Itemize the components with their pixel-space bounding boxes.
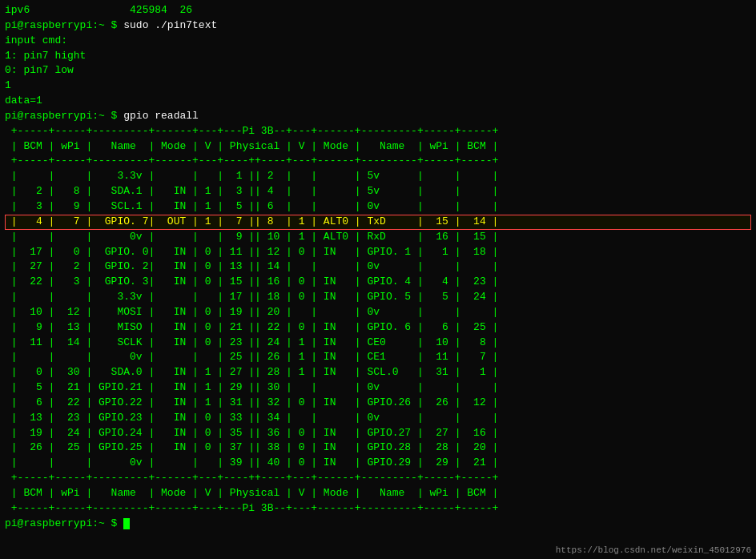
terminal-line: ipv6 425984 26 — [5, 3, 751, 18]
terminal-line: | BCM | wPi | Name | Mode | V | Physical… — [5, 139, 751, 155]
terminal-line: | 22 | 3 | GPIO. 3| IN | 0 | 15 || 16 | … — [5, 275, 751, 290]
terminal-line: 1 — [5, 78, 751, 94]
terminal-line: data=1 — [5, 94, 751, 109]
terminal-line: +-----+-----+---------+------+---+----++… — [5, 154, 751, 169]
terminal-line: | | | 0v | | | 25 || 26 | 1 | IN | CE1 |… — [5, 350, 751, 365]
terminal-line: +-----+-----+---------+------+---+----++… — [5, 471, 751, 486]
terminal-line: | 19 | 24 | GPIO.24 | IN | 0 | 35 || 36 … — [5, 426, 751, 441]
terminal-line: input cmd: — [5, 34, 751, 49]
terminal-line: | BCM | wPi | Name | Mode | V | Physical… — [5, 486, 751, 501]
terminal-line: | 13 | 23 | GPIO.23 | IN | 0 | 33 || 34 … — [5, 411, 751, 426]
terminal-line: | 26 | 25 | GPIO.25 | IN | 0 | 37 || 38 … — [5, 440, 751, 456]
url-bar: https://blog.csdn.net/weixin_45012976 — [556, 545, 751, 557]
terminal-line: | 2 | 8 | SDA.1 | IN | 1 | 3 || 4 | | | … — [5, 184, 751, 199]
terminal-line: +-----+-----+---------+------+---+---Pi … — [5, 124, 751, 139]
terminal-line: | | | 0v | | | 39 || 40 | 0 | IN | GPIO.… — [5, 456, 751, 471]
terminal-output: ipv6 425984 26pi@raspberrypi:~ $ sudo ./… — [5, 3, 751, 532]
terminal-line: | 0 | 30 | SDA.0 | IN | 1 | 27 || 28 | 1… — [5, 365, 751, 380]
terminal-line: | 4 | 7 | GPIO. 7| OUT | 1 | 7 || 8 | 1 … — [5, 215, 751, 230]
terminal-line: | 11 | 14 | SCLK | IN | 0 | 23 || 24 | 1… — [5, 336, 751, 351]
terminal-line: | 10 | 12 | MOSI | IN | 0 | 19 || 20 | |… — [5, 305, 751, 320]
terminal-line: | | | 0v | | | 9 || 10 | 1 | ALT0 | RxD … — [5, 230, 751, 245]
terminal-line: +-----+-----+---------+------+---+---Pi … — [5, 501, 751, 517]
terminal-line: | 17 | 0 | GPIO. 0| IN | 0 | 11 || 12 | … — [5, 245, 751, 260]
terminal-line: | | | 3.3v | | | 17 || 18 | 0 | IN | GPI… — [5, 290, 751, 305]
terminal-line: 0: pin7 low — [5, 63, 751, 78]
terminal-window: ipv6 425984 26pi@raspberrypi:~ $ sudo ./… — [0, 0, 756, 559]
terminal-line: | 27 | 2 | GPIO. 2| IN | 0 | 13 || 14 | … — [5, 259, 751, 275]
terminal-line: 1: pin7 hight — [5, 49, 751, 64]
terminal-line: | 5 | 21 | GPIO.21 | IN | 1 | 29 || 30 |… — [5, 380, 751, 396]
terminal-line: | 6 | 22 | GPIO.22 | IN | 1 | 31 || 32 |… — [5, 396, 751, 411]
terminal-line: | 9 | 13 | MISO | IN | 0 | 21 || 22 | 0 … — [5, 320, 751, 336]
terminal-line: | | | 3.3v | | | 1 || 2 | | | 5v | | | — [5, 169, 751, 184]
terminal-line: | 3 | 9 | SCL.1 | IN | 1 | 5 || 6 | | | … — [5, 199, 751, 215]
